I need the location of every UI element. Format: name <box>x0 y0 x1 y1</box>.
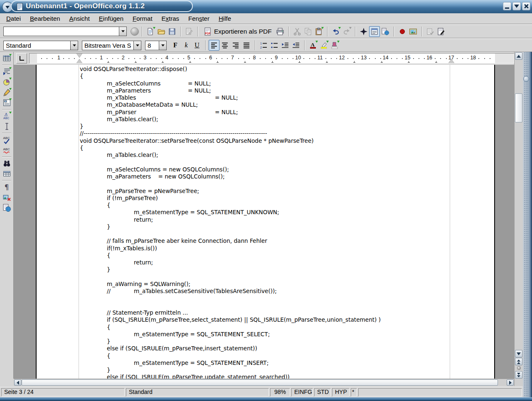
menu-hilfe[interactable]: Hilfe <box>214 14 236 24</box>
draw-functions-button[interactable] <box>1 87 12 98</box>
next-page-button[interactable] <box>515 371 522 379</box>
page-edit-button[interactable] <box>436 26 446 37</box>
form-functions-button[interactable] <box>1 98 12 108</box>
url-dropdown-button[interactable] <box>119 27 126 36</box>
title-bar[interactable]: Unbenannt1 - OpenOffice.org 1.1.2 <box>0 0 532 14</box>
save-button[interactable] <box>167 26 177 37</box>
url-input[interactable] <box>4 27 119 36</box>
page[interactable]: void OSQLParseTreeIterator::dispose() { … <box>36 65 495 379</box>
arrow-right-icon <box>509 381 512 385</box>
nonprinting-characters-button[interactable]: ¶ <box>1 182 12 192</box>
style-dropdown-button[interactable] <box>70 41 78 50</box>
first-line-indent-marker[interactable] <box>76 54 82 58</box>
navigator-button[interactable] <box>358 26 369 37</box>
decrease-indent-button[interactable] <box>280 40 291 51</box>
find-replace-button[interactable] <box>1 158 12 169</box>
paragraph-background-button[interactable] <box>329 40 340 51</box>
scroll-right-button[interactable] <box>507 379 514 386</box>
menu-extras[interactable]: Extras <box>157 14 184 24</box>
size-dropdown-button[interactable] <box>159 41 166 50</box>
auto-spellcheck-button[interactable]: ABC <box>1 145 12 155</box>
status-selection-mode[interactable]: STD <box>314 388 331 396</box>
menu-ansicht[interactable]: Ansicht <box>65 14 94 24</box>
vertical-scrollbar[interactable] <box>514 52 523 386</box>
stylist-button[interactable] <box>369 26 380 37</box>
menu-einfgen[interactable]: Einfügen <box>94 14 128 24</box>
menu-format[interactable]: Format <box>128 14 157 24</box>
font-size-combobox[interactable]: 8 <box>145 41 167 50</box>
underline-button[interactable]: U <box>192 40 202 51</box>
gallery-button[interactable] <box>408 26 419 37</box>
italic-button[interactable]: k <box>181 40 192 51</box>
scroll-up-button[interactable] <box>515 52 522 60</box>
close-button[interactable] <box>522 2 530 10</box>
bold-button[interactable]: F <box>170 40 181 51</box>
stop-led-icon[interactable] <box>131 27 139 36</box>
status-page-style[interactable]: Standard <box>126 388 269 396</box>
undo-button[interactable] <box>330 26 341 37</box>
edit-autotext-button[interactable]: AABC <box>1 111 12 121</box>
maximize-button[interactable] <box>512 2 521 10</box>
status-page[interactable]: Seite 3 / 24 <box>1 388 125 396</box>
left-indent-marker[interactable] <box>76 59 82 63</box>
font-color-button[interactable]: A <box>308 40 318 51</box>
horizontal-scrollbar-thumb[interactable] <box>22 379 498 386</box>
minimize-button[interactable] <box>503 2 511 10</box>
insert-button[interactable] <box>1 66 12 77</box>
redo-button[interactable] <box>341 26 352 37</box>
align-left-button[interactable] <box>209 40 219 51</box>
images-on-off-button[interactable] <box>1 192 12 203</box>
copy-button[interactable] <box>303 26 313 37</box>
align-center-button[interactable] <box>219 40 230 51</box>
menu-fenster[interactable]: Fenster <box>184 14 214 24</box>
bullet-list-button[interactable] <box>269 40 280 51</box>
paste-button[interactable] <box>313 26 324 37</box>
cut-button[interactable] <box>292 26 303 37</box>
export-pdf-button[interactable]: PDF Exportieren als PDF <box>201 26 275 37</box>
status-hyperlink-mode[interactable]: HYP <box>332 388 350 396</box>
align-right-button[interactable] <box>230 40 241 51</box>
new-document-button[interactable] <box>145 26 156 37</box>
highlighting-button[interactable] <box>318 40 329 51</box>
numbered-list-button[interactable]: 12 <box>258 40 269 51</box>
scroll-down-button[interactable] <box>515 350 522 357</box>
menu-bearbeiten[interactable]: Bearbeiten <box>25 14 65 24</box>
insert-table-button[interactable] <box>1 53 12 64</box>
right-indent-marker[interactable] <box>448 59 454 63</box>
scroll-left-button[interactable] <box>14 379 21 386</box>
window-bottom-border[interactable] <box>0 397 532 401</box>
document-area[interactable]: void OSQLParseTreeIterator::dispose() { … <box>14 65 514 379</box>
record-macro-button[interactable] <box>397 26 408 37</box>
document-text[interactable]: void OSQLParseTreeIterator::dispose() { … <box>80 66 381 379</box>
paragraph-style-combobox[interactable]: Standard <box>3 41 78 50</box>
gallery-picture-icon <box>409 27 417 36</box>
font-name-combobox[interactable]: Bitstream Vera S <box>82 41 141 50</box>
menu-datei[interactable]: Datei <box>2 14 25 24</box>
font-dropdown-button[interactable] <box>133 41 141 50</box>
url-combobox[interactable] <box>3 27 127 36</box>
direct-cursor-button[interactable] <box>1 121 12 132</box>
status-insert-mode[interactable]: EINFG <box>291 388 313 396</box>
toolbar-separator <box>304 40 305 50</box>
online-layout-button[interactable] <box>1 203 12 213</box>
ruler-tick <box>402 58 403 59</box>
vertical-scrollbar-thumb[interactable] <box>515 93 522 122</box>
insert-object-button[interactable] <box>1 77 12 87</box>
status-zoom[interactable]: 98% <box>270 388 290 396</box>
tab-type-selector[interactable] <box>16 53 27 64</box>
hyperlink-dialog-button[interactable] <box>380 26 391 37</box>
horizontal-scrollbar[interactable] <box>14 379 514 386</box>
document-check-button[interactable] <box>425 26 436 37</box>
ruler-tick <box>63 58 64 59</box>
spellcheck-button[interactable]: ABC <box>1 134 12 145</box>
edit-file-button[interactable] <box>184 26 195 37</box>
data-sources-button[interactable] <box>1 169 12 179</box>
align-justify-button[interactable] <box>241 40 252 51</box>
increase-indent-button[interactable] <box>291 40 301 51</box>
open-button[interactable] <box>156 26 167 37</box>
ruler[interactable]: 1234567891011121314151617181 <box>29 53 514 64</box>
previous-page-button[interactable] <box>515 358 522 365</box>
window-right-border[interactable] <box>523 52 532 397</box>
print-button[interactable] <box>275 26 286 37</box>
navigation-dot-button[interactable] <box>517 366 521 370</box>
